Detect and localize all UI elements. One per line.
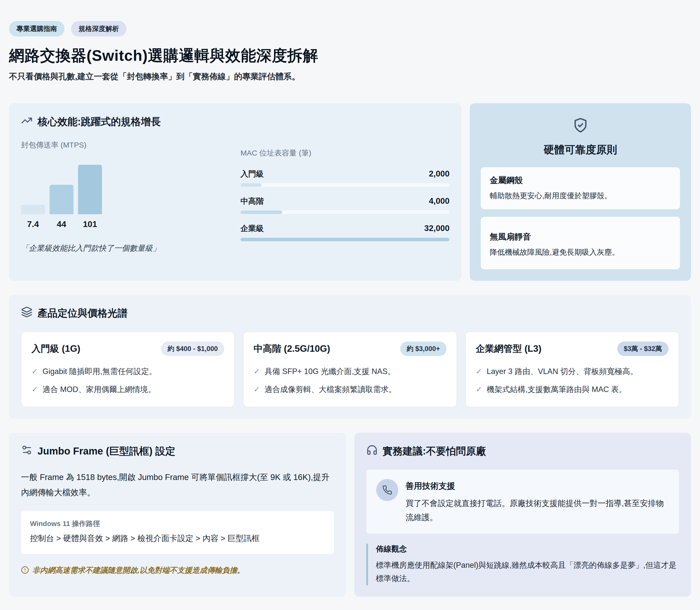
layers-icon [21,306,32,320]
mac-chart-label: MAC 位址表容量 (筆) [240,148,449,158]
mac-row-fill [240,238,449,241]
row-detail: Jumbo Frame (巨型訊框) 設定 一般 Frame 為 1518 by… [9,433,691,596]
row-core: 核心效能:跳躍式的規格增長 封包傳送率 (MTPS) 7.444101 「企業級… [9,103,691,281]
mtps-chart-label: 封包傳送率 (MTPS) [21,140,223,150]
jumbo-frame-header: Jumbo Frame (巨型訊框) 設定 [21,444,334,458]
mtps-chart: 封包傳送率 (MTPS) 7.444101 「企業級效能比入門款快了一個數量級」 [21,140,223,254]
tech-support-content: 善用技術支援 買了不會設定就直接打電話。原廠技術支援能提供一對一指導,甚至安排物… [406,479,669,524]
badge-guide: 專業選購指南 [9,21,64,36]
mac-row: 企業級32,000 [240,223,449,241]
product-feature: ✓Layer 3 路由、VLAN 切分、背板頻寬極高。 [476,366,668,377]
product-feature-text: 適合 MOD、家用偶爾上網情境。 [43,384,156,395]
trending-up-icon [21,115,32,128]
mac-table-chart: MAC 位址表容量 (筆) 入門級2,000中高階4,000企業級32,000 [240,140,449,254]
tech-support-title: 善用技術支援 [406,481,669,492]
product-feature: ✓適合成像剪輯、大檔案頻繁讀取需求。 [254,384,446,395]
sliders-icon [21,444,32,458]
jumbo-frame-card: Jumbo Frame (巨型訊框) 設定 一般 Frame 為 1518 by… [9,433,346,596]
page-subtitle: 不只看價格與孔數,建立一套從「封包轉換率」到「實務佈線」的專業評估體系。 [9,71,691,82]
headphones-icon [366,444,378,458]
positioning-header: 產品定位與價格光譜 [21,306,679,320]
alert-circle-icon [21,565,29,577]
price-badge: 約 $400 - $1,000 [161,341,224,356]
product-title: 中高階 (2.5G/10G) [254,342,330,355]
reliability-card: 硬體可靠度原則 金屬鋼殼 輔助散熱更安心,耐用度優於塑膠殼。 無風扇靜音 降低機… [470,103,691,281]
jumbo-warning-text: 非內網高速需求不建議隨意開啟,以免對端不支援造成傳輸負擔。 [32,565,244,576]
advice-card: 實務建議:不要怕問原廠 善用技術支援 買了不會設定就直接打電話。原廠技術支援能提… [354,433,691,596]
reliability-item-metal: 金屬鋼殼 輔助散熱更安心,耐用度優於塑膠殼。 [481,167,680,209]
product-title: 入門級 (1G) [32,342,80,355]
mac-row-label: 企業級 [240,223,264,234]
header-badges: 專業選購指南 規格深度解析 [9,21,691,36]
check-icon: ✓ [32,366,38,377]
advice-title: 實務建議:不要怕問原廠 [383,444,486,458]
page-title: 網路交換器(Switch)選購邏輯與效能深度拆解 [9,46,691,66]
price-badge: $3萬 - $32萬 [617,341,668,356]
check-icon: ✓ [254,366,260,377]
reliability-item-title: 無風扇靜音 [490,231,671,242]
product-feature-list: ✓具備 SFP+ 10G 光纖介面,支援 NAS。 ✓適合成像剪輯、大檔案頻繁讀… [254,366,446,396]
jumbo-warning: 非內網高速需求不建議隨意開啟,以免對端不支援造成傳輸負擔。 [21,565,334,577]
mac-row-label: 中高階 [240,196,264,207]
mac-row-value: 4,000 [429,196,449,206]
product-card-enterprise: 企業網管型 (L3) $3萬 - $32萬 ✓Layer 3 路由、VLAN 切… [465,332,679,407]
core-performance-title: 核心效能:跳躍式的規格增長 [37,115,161,128]
reliability-item-desc: 降低機械故障風險,避免長期吸入灰塵。 [490,246,671,258]
product-card-mid: 中高階 (2.5G/10G) 約 $3,000+ ✓具備 SFP+ 10G 光纖… [243,332,457,407]
mtps-bar [78,165,102,214]
core-performance-card: 核心效能:跳躍式的規格增長 封包傳送率 (MTPS) 7.444101 「企業級… [9,103,461,281]
product-feature-text: Gigabit 隨插即用,無需任何設定。 [43,366,157,377]
positioning-title: 產品定位與價格光譜 [37,306,127,320]
product-card-head: 中高階 (2.5G/10G) 約 $3,000+ [254,341,446,356]
mtps-bar-value: 44 [49,219,74,229]
product-feature-list: ✓Layer 3 路由、VLAN 切分、背板頻寬極高。 ✓機架式結構,支援數萬筆… [476,366,668,396]
mac-row-label: 入門級 [240,169,264,179]
core-performance-header: 核心效能:跳躍式的規格增長 [21,115,449,128]
reliability-item-fanless: 無風扇靜音 降低機械故障風險,避免長期吸入灰塵。 [481,217,680,269]
price-badge: 約 $3,000+ [400,341,446,356]
core-grid: 封包傳送率 (MTPS) 7.444101 「企業級效能比入門款快了一個數量級」… [21,140,449,254]
product-title: 企業網管型 (L3) [476,342,541,355]
tech-support-desc: 買了不會設定就直接打電話。原廠技術支援能提供一對一指導,甚至安排物流維護。 [406,496,669,524]
positioning-grid: 入門級 (1G) 約 $400 - $1,000 ✓Gigabit 隨插即用,無… [21,332,679,407]
windows-path-box: Windows 11 操作路徑 控制台 > 硬體與音效 > 網路 > 檢視介面卡… [21,511,334,554]
tech-support-box: 善用技術支援 買了不會設定就直接打電話。原廠技術支援能提供一對一指導,甚至安排物… [366,469,679,534]
product-card-head: 企業網管型 (L3) $3萬 - $32萬 [476,341,668,356]
reliability-item-desc: 輔助散熱更安心,耐用度優於塑膠殼。 [490,190,671,202]
mac-row-value: 32,000 [424,224,449,233]
mac-row-value: 2,000 [429,169,449,178]
check-icon: ✓ [32,384,38,395]
mtps-bar [21,205,45,214]
shield-check-icon [481,117,680,133]
page: 專業選購指南 規格深度解析 網路交換器(Switch)選購邏輯與效能深度拆解 不… [9,0,691,610]
mac-row: 中高階4,000 [240,196,449,214]
check-icon: ✓ [476,384,482,395]
mtps-bars [21,165,223,214]
badge-spec: 規格深度解析 [71,21,127,36]
product-card-head: 入門級 (1G) 約 $400 - $1,000 [32,341,224,356]
windows-path-label: Windows 11 操作路徑 [30,519,325,529]
product-feature-text: 機架式結構,支援數萬筆路由與 MAC 表。 [487,384,627,395]
product-feature: ✓適合 MOD、家用偶爾上網情境。 [32,384,224,395]
mac-row: 入門級2,000 [240,169,449,187]
mac-row-track [240,210,449,214]
mac-row-fill [240,183,261,187]
mtps-quote: 「企業級效能比入門款快了一個數量級」 [21,243,223,254]
mtps-bar-value: 101 [78,219,102,229]
advice-header: 實務建議:不要怕問原廠 [366,444,679,458]
wiring-title: 佈線觀念 [376,544,679,554]
check-icon: ✓ [476,366,482,377]
product-feature: ✓機架式結構,支援數萬筆路由與 MAC 表。 [476,384,668,395]
mtps-bar-values: 7.444101 [21,219,223,229]
product-card-entry: 入門級 (1G) 約 $400 - $1,000 ✓Gigabit 隨插即用,無… [21,332,235,407]
reliability-item-title: 金屬鋼殼 [490,175,671,186]
jumbo-frame-desc: 一般 Frame 為 1518 bytes,開啟 Jumbo Frame 可將單… [21,469,334,500]
phone-icon [376,479,398,501]
jumbo-frame-title: Jumbo Frame (巨型訊框) 設定 [37,444,175,458]
product-feature-text: 具備 SFP+ 10G 光纖介面,支援 NAS。 [265,366,395,377]
mtps-bar [49,185,74,214]
product-feature: ✓Gigabit 隨插即用,無需任何設定。 [32,366,224,377]
product-feature: ✓具備 SFP+ 10G 光纖介面,支援 NAS。 [254,366,446,377]
product-feature-list: ✓Gigabit 隨插即用,無需任何設定。 ✓適合 MOD、家用偶爾上網情境。 [32,366,224,396]
product-feature-text: Layer 3 路由、VLAN 切分、背板頻寬極高。 [487,366,638,377]
